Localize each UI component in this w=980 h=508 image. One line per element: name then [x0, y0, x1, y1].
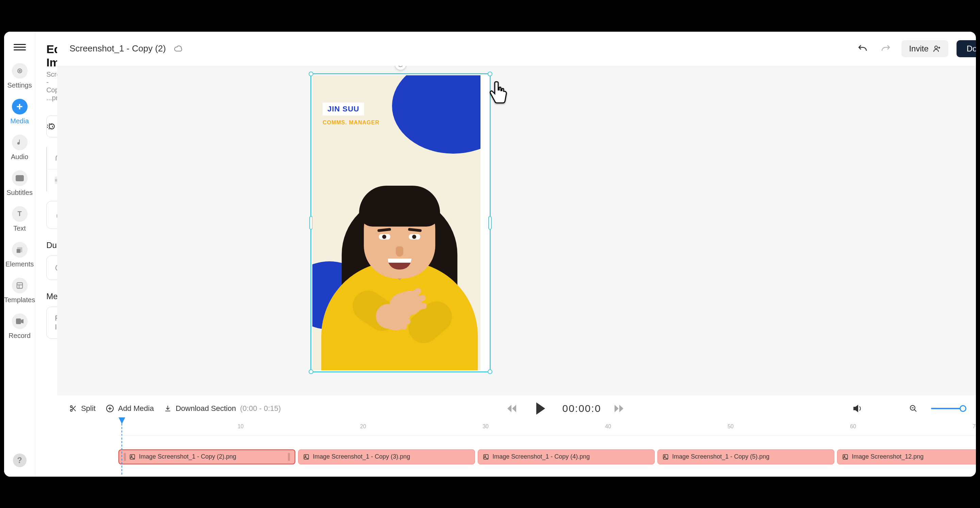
download-label: Download Section: [176, 404, 236, 413]
timeline-ruler[interactable]: 10 20 30 40 50 60 70: [118, 422, 976, 436]
svg-point-47: [664, 455, 665, 457]
ruler-tick: 10: [237, 423, 243, 430]
duration-card: Start 00:00.0 End 00:15.0: [46, 256, 57, 280]
ruler-tick: 70: [972, 423, 976, 430]
main-area: Screenshot_1 - Copy (2) Invite Done: [57, 32, 976, 477]
record-icon: [12, 313, 27, 329]
left-nav: Settings Media Audio Subtitles T Text: [4, 32, 35, 477]
corner-icon: [55, 153, 57, 163]
invite-label: Invite: [909, 44, 928, 53]
animation-button[interactable]: Animation: [46, 115, 57, 137]
prev-button[interactable]: [504, 401, 519, 416]
svg-point-43: [305, 455, 306, 457]
nav-record[interactable]: Record: [8, 313, 30, 340]
nav-audio-label: Audio: [11, 153, 28, 161]
svg-point-45: [485, 455, 485, 457]
redo-button[interactable]: [878, 41, 893, 56]
playback-controls: Split Add Media Download Section (0:00 -…: [57, 395, 976, 422]
nav-audio[interactable]: Audio: [11, 134, 28, 161]
nav-text[interactable]: T Text: [12, 206, 27, 232]
timeline-clip[interactable]: Image Screenshot_12.png: [837, 449, 976, 464]
svg-rect-17: [55, 181, 57, 184]
ruler-tick: 30: [482, 423, 488, 430]
ruler-tick: 50: [727, 423, 733, 430]
nav-templates-label: Templates: [4, 296, 35, 304]
svg-rect-14: [55, 176, 57, 179]
image-name-overlay: JIN SUU: [323, 102, 364, 115]
media-section-label: Media: [46, 292, 57, 301]
nav-media-label: Media: [10, 117, 29, 125]
nav-settings-label: Settings: [7, 81, 32, 89]
svg-point-23: [935, 46, 937, 49]
nav-templates[interactable]: Templates: [4, 278, 35, 304]
svg-rect-3: [17, 283, 22, 288]
clip-handle-r[interactable]: [288, 453, 290, 461]
canvas-image: JIN SUU COMMS. MANAGER: [312, 75, 480, 371]
timeline-clip[interactable]: Image Screenshot_1 - Copy (3).png: [298, 449, 475, 464]
resize-handle-ne[interactable]: [488, 72, 492, 76]
elements-icon: [12, 242, 27, 257]
settings-icon: [12, 63, 27, 79]
zoom-slider[interactable]: [931, 408, 965, 409]
nav-elements[interactable]: Elements: [5, 242, 34, 268]
download-section-button[interactable]: Download Section (0:00 - 0:15): [164, 404, 281, 413]
add-media-button[interactable]: Add Media: [106, 404, 154, 413]
undo-button[interactable]: [855, 41, 870, 56]
replace-label: Replace Image: [55, 314, 57, 332]
clip-label: Image Screenshot_1 - Copy (5).png: [672, 453, 769, 460]
play-button[interactable]: [530, 403, 552, 415]
canvas[interactable]: JIN SUU COMMS. MANAGER: [57, 66, 976, 395]
nav-media[interactable]: Media: [10, 99, 29, 125]
nav-subtitles[interactable]: Subtitles: [6, 170, 33, 196]
duration-label: Duration: [46, 241, 57, 250]
split-button[interactable]: Split: [69, 404, 95, 413]
cursor-pointer-icon: [488, 79, 512, 107]
nav-elements-label: Elements: [5, 260, 34, 268]
text-icon: T: [12, 206, 27, 222]
next-button[interactable]: [611, 401, 627, 416]
rotate-handle[interactable]: [395, 66, 406, 70]
clip-label: Image Screenshot_12.png: [852, 453, 924, 460]
templates-icon: [12, 278, 27, 293]
nav-subtitles-label: Subtitles: [6, 189, 33, 196]
audio-icon: [12, 134, 27, 150]
timeline-tracks: Image Screenshot_1 - Copy (2).png Image …: [118, 436, 976, 464]
svg-point-0: [18, 69, 22, 73]
nav-text-label: Text: [13, 225, 26, 232]
ruler-tick: 20: [360, 423, 366, 430]
zoom-out-button[interactable]: [906, 401, 921, 416]
volume-button[interactable]: [850, 401, 865, 416]
clip-label: Image Screenshot_1 - Copy (2).png: [139, 453, 236, 460]
replace-image-button[interactable]: Replace Image: [46, 307, 57, 339]
project-name[interactable]: Screenshot_1 - Copy (2): [69, 43, 166, 54]
timeline-clip[interactable]: Image Screenshot_1 - Copy (2).png: [118, 449, 295, 464]
ruler-tick: 60: [850, 423, 856, 430]
zoom-in-button[interactable]: [975, 401, 976, 416]
image-role-overlay: COMMS. MANAGER: [323, 120, 379, 126]
svg-point-41: [131, 455, 132, 457]
selection-box[interactable]: JIN SUU COMMS. MANAGER: [310, 73, 491, 372]
timeline-clip[interactable]: Image Screenshot_1 - Copy (5).png: [657, 449, 834, 464]
svg-rect-2: [16, 175, 24, 181]
menu-icon[interactable]: [14, 41, 26, 53]
timeline[interactable]: 10 20 30 40 50 60 70 Image Screenshot_1 …: [57, 422, 976, 477]
svg-rect-6: [16, 318, 21, 324]
clip-handle-l[interactable]: [124, 453, 126, 461]
timeline-clip[interactable]: Image Screenshot_1 - Copy (4).png: [478, 449, 655, 464]
nav-record-label: Record: [8, 332, 30, 340]
clip-label: Image Screenshot_1 - Copy (3).png: [313, 453, 410, 460]
rotation-icon: [55, 210, 57, 220]
resize-handle-e[interactable]: [488, 216, 492, 230]
clock-icon: [55, 263, 57, 273]
resize-handle-se[interactable]: [488, 369, 492, 374]
ruler-tick: 40: [605, 423, 611, 430]
invite-button[interactable]: Invite: [901, 40, 948, 57]
svg-point-49: [844, 455, 845, 457]
help-icon[interactable]: ?: [13, 454, 27, 467]
cloud-sync-icon[interactable]: [174, 45, 183, 53]
svg-line-34: [914, 409, 916, 412]
done-button[interactable]: Done: [956, 40, 976, 57]
subtitles-icon: [12, 170, 27, 186]
timecode: 00:00:0: [562, 403, 601, 414]
nav-settings[interactable]: Settings: [7, 63, 32, 89]
